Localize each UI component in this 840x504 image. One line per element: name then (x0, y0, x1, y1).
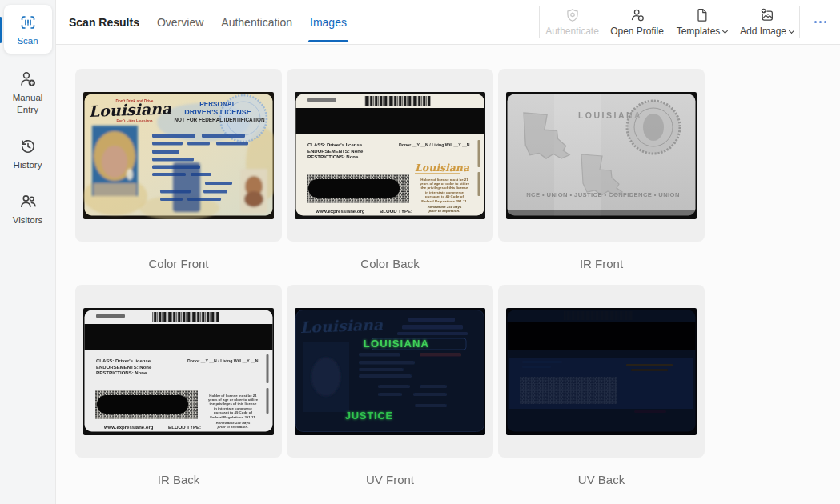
back-donor: Donor __Y __N / Living Will __Y __N (187, 358, 259, 363)
more-dots-icon (824, 21, 826, 23)
back-notice-5: pursuant to 49 Code of (425, 194, 464, 198)
sidebar-item-scan[interactable]: Scan (4, 5, 52, 54)
toolbar: Authenticate Open Profile Templates (539, 0, 840, 44)
tile-uv-front: Louisiana (287, 285, 493, 501)
back-notice-3: the privileges of this license (421, 186, 468, 190)
back-endorsements: ENDORSEMENTS: None (307, 148, 364, 153)
tile-uv-back: UV Back (498, 285, 705, 501)
active-item-indicator (0, 17, 2, 43)
open-profile-button[interactable]: Open Profile (605, 0, 669, 44)
top-barcode-faint (564, 311, 633, 320)
tab-images[interactable]: Images (308, 0, 348, 44)
color-back-image: CLASS: Driver's license ENDORSEMENTS: No… (295, 92, 485, 219)
image-label: Color Back (287, 242, 493, 285)
more-dots-icon (819, 21, 822, 23)
tile-color-back: CLASS: Driver's license ENDORSEMENTS: No… (287, 69, 493, 285)
image-grid: Don't Drink and Drive Louisiana Don't Li… (75, 69, 840, 501)
back-state-script: Louisiana (415, 162, 470, 174)
color-front-thumbnail[interactable]: Don't Drink and Drive Louisiana Don't Li… (75, 69, 282, 242)
back-donor: Donor __Y __N / Living Will __Y __N (399, 142, 470, 147)
toolbar-button-label: Authenticate (545, 26, 599, 37)
sidebar: Scan Manual Entry History Visitors (0, 0, 56, 504)
sidebar-item-visitors[interactable]: Visitors (4, 187, 52, 231)
templates-document-icon (694, 7, 710, 23)
color-back-thumbnail[interactable]: CLASS: Driver's license ENDORSEMENTS: No… (287, 69, 493, 242)
sidebar-item-history[interactable]: History (4, 132, 52, 176)
sidebar-item-label: Scan (6, 35, 50, 47)
back-class: CLASS: Driver's license (307, 142, 363, 147)
back-notice-1: Holder of license must be 21 (420, 177, 468, 181)
tab-bar: Scan Results Overview Authentication Ima… (56, 0, 348, 44)
pdf417-faint (520, 377, 617, 404)
chevron-down-icon (722, 27, 728, 33)
front-state-script: Louisiana (88, 99, 172, 120)
front-header-2: DRIVER'S LICENSE (184, 107, 251, 115)
toolbar-button-label: Open Profile (610, 26, 664, 37)
history-icon (18, 137, 38, 156)
front-warning-bottom: Don't Litter Louisiana (117, 118, 154, 122)
portrait-photo (92, 126, 138, 196)
back-notice-1: Holder of license must be 21 (209, 393, 257, 397)
open-profile-person-icon (629, 7, 645, 23)
back-restrictions: RESTRICTIONS: None (307, 154, 359, 159)
people-icon (18, 192, 38, 211)
sidebar-item-label: History (6, 159, 50, 171)
barcode-scan-icon (18, 13, 38, 32)
templates-button[interactable]: Templates (669, 0, 734, 44)
sidebar-item-label: Visitors (6, 214, 50, 226)
top-barcode (364, 96, 431, 106)
uv-front-image: Louisiana (295, 308, 485, 435)
tab-overview[interactable]: Overview (155, 0, 205, 44)
back-renewal-2: prior to expiration. (217, 424, 249, 428)
magnetic-stripe (508, 322, 696, 350)
serial-number-blur (307, 98, 336, 102)
uv-front-thumbnail[interactable]: Louisiana (287, 285, 493, 458)
back-restrictions: RESTRICTIONS: None (96, 370, 147, 375)
back-notice-6: Federal Regulations 391.11. (421, 198, 468, 202)
chevron-down-icon (789, 27, 794, 33)
uv-state-name: LOUISIANA (364, 338, 429, 350)
sidebar-item-manual-entry[interactable]: Manual Entry (4, 65, 52, 121)
authenticate-shield-icon (565, 7, 581, 23)
ir-front-image: LOUISIANA NCE • UNION • JUSTICE • CONFID… (506, 92, 697, 219)
back-website: www.expresslane.org (315, 208, 365, 213)
authenticate-button[interactable]: Authenticate (540, 0, 605, 44)
back-notice-2: years of age or older to utilize (208, 397, 259, 401)
add-image-button[interactable]: Add Image (734, 0, 799, 44)
image-label: Color Front (75, 242, 282, 285)
tab-authentication[interactable]: Authentication (219, 0, 294, 44)
tile-ir-front: LOUISIANA NCE • UNION • JUSTICE • CONFID… (498, 69, 705, 285)
back-blood-type: BLOOD TYPE: (380, 208, 412, 213)
front-header-3: NOT FOR FEDERAL IDENTIFICATION (174, 116, 264, 122)
redaction-blob (308, 179, 400, 198)
tile-color-front: Don't Drink and Drive Louisiana Don't Li… (75, 69, 282, 285)
redaction-blob (97, 395, 188, 414)
back-website: www.expresslane.org (103, 424, 154, 429)
person-add-icon (18, 70, 38, 89)
ir-motto: NCE • UNION • JUSTICE • CONFIDENCE • UNI… (526, 191, 680, 198)
add-image-icon (759, 7, 775, 23)
tab-scan-results[interactable]: Scan Results (67, 0, 141, 44)
back-notice-6: Federal Regulations 391.11. (210, 414, 256, 418)
back-notice-3: the privileges of this license (210, 402, 257, 406)
ir-front-thumbnail[interactable]: LOUISIANA NCE • UNION • JUSTICE • CONFID… (498, 69, 705, 242)
images-panel: Don't Drink and Drive Louisiana Don't Li… (56, 45, 840, 504)
back-notice-2: years of age or older to utilize (420, 181, 470, 185)
uv-justice-word: JUSTICE (345, 410, 393, 422)
image-label: IR Back (75, 458, 282, 501)
more-options-button[interactable] (800, 0, 840, 44)
more-dots-icon (814, 21, 817, 23)
uv-back-thumbnail[interactable] (498, 285, 705, 458)
color-front-image: Don't Drink and Drive Louisiana Don't Li… (83, 92, 274, 219)
capitol-watermark (173, 162, 200, 212)
image-label: UV Back (498, 458, 705, 501)
uv-state-script: Louisiana (299, 315, 384, 336)
uv-back-image (506, 308, 697, 435)
sidebar-item-label: Manual Entry (6, 92, 50, 116)
ir-back-thumbnail[interactable]: CLASS: Driver's license ENDORSEMENTS: No… (75, 285, 282, 458)
back-notice-5: pursuant to 49 Code of (214, 410, 252, 414)
tile-ir-back: CLASS: Driver's license ENDORSEMENTS: No… (75, 285, 282, 501)
back-renewal-2: prior to expiration. (428, 208, 460, 212)
back-blood-type: BLOOD TYPE: (168, 424, 201, 429)
image-label: IR Front (498, 242, 705, 285)
